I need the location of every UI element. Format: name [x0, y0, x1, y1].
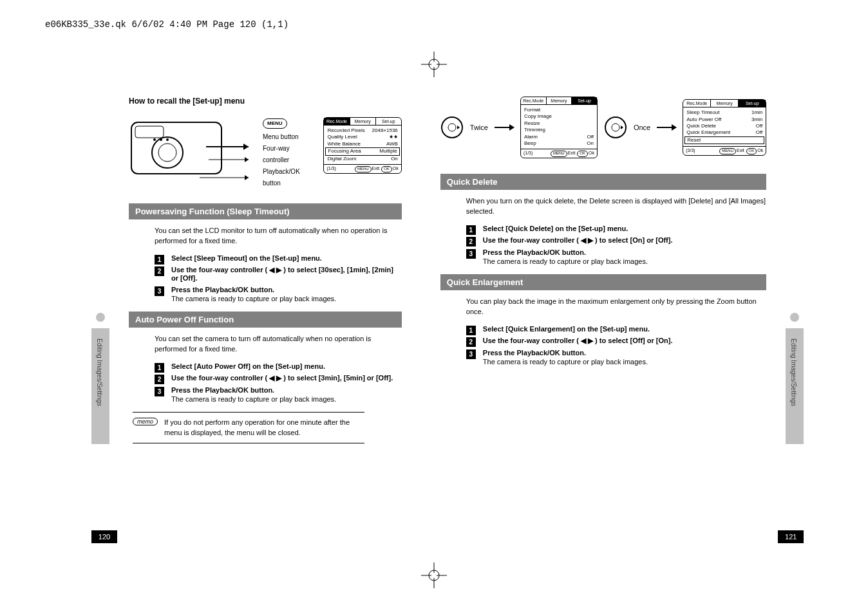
svg-marker-22: [245, 175, 249, 180]
svg-point-11: [152, 137, 183, 168]
svg-point-15: [160, 138, 162, 141]
arrow-icon: [657, 127, 676, 128]
svg-point-16: [166, 138, 169, 141]
lcd-screen-setup-1: Rec.Mode Memory Set-up Format Copy Image…: [520, 97, 598, 158]
steps-auto-power-off: Select [Auto Power Off] on the [Set-up] …: [155, 362, 402, 403]
svg-marker-18: [243, 144, 249, 150]
memo-note: memo If you do not perform any operation…: [133, 412, 364, 443]
crop-mark-top: [0, 51, 868, 77]
memo-icon: memo: [133, 418, 158, 425]
svg-point-12: [158, 144, 176, 162]
intro-auto-power-off: You can set the camera to turn off autom…: [155, 334, 402, 355]
steps-quick-enlargement: Select [Quick Enlargement] on the [Set-u…: [466, 325, 766, 366]
heading-auto-power-off: Auto Power Off Function: [129, 312, 402, 328]
dpad-icon: [604, 116, 627, 139]
steps-quick-delete: Select [Quick Delete] on the [Set-up] me…: [466, 225, 766, 265]
lcd-screen-setup-3: Rec.Mode Memory Set-up Sleep Timeout1min…: [683, 99, 766, 156]
svg-point-27: [612, 124, 619, 131]
pdf-header: e06KB335_33e.qk 6/6/02 4:40 PM Page 120 …: [45, 19, 288, 30]
svg-rect-10: [131, 122, 222, 174]
side-tab-left: Editing Images/Settings: [91, 328, 109, 444]
lcd-screen-rec-mode: Rec.Mode Memory Set-up Recorded Pixels20…: [323, 117, 401, 174]
svg-marker-28: [621, 126, 623, 129]
heading-quick-enlargement: Quick Enlargement: [440, 274, 766, 290]
crop-mark-bottom: [0, 563, 868, 588]
camera-callouts: MENU Menu button Four-way controller Pla…: [263, 117, 312, 189]
svg-point-24: [448, 124, 456, 131]
svg-rect-13: [135, 126, 164, 138]
page-number-left: 120: [91, 530, 117, 543]
nav-once-label: Once: [634, 124, 650, 131]
recall-title: How to recall the [Set-up] menu: [129, 97, 402, 106]
intro-quick-delete: When you turn on the quick delete, the D…: [466, 196, 766, 217]
intro-sleep-timeout: You can set the LCD monitor to turn off …: [155, 226, 402, 247]
heading-quick-delete: Quick Delete: [440, 174, 766, 190]
svg-point-14: [153, 138, 156, 141]
camera-illustration: [129, 117, 251, 188]
heading-sleep-timeout: Powersaving Function (Sleep Timeout): [129, 203, 402, 219]
arrow-icon: [495, 127, 514, 128]
dpad-icon: [440, 116, 464, 139]
intro-quick-enlargement: You can play back the image in the maxim…: [466, 297, 766, 317]
page-number-right: 121: [778, 530, 804, 543]
svg-marker-25: [457, 126, 460, 129]
steps-sleep-timeout: Select [Sleep Timeout] on the [Set-up] m…: [155, 254, 402, 302]
nav-twice-label: Twice: [470, 124, 488, 131]
svg-marker-20: [245, 157, 249, 162]
side-tab-right: Editing Images/Settings: [786, 328, 804, 444]
